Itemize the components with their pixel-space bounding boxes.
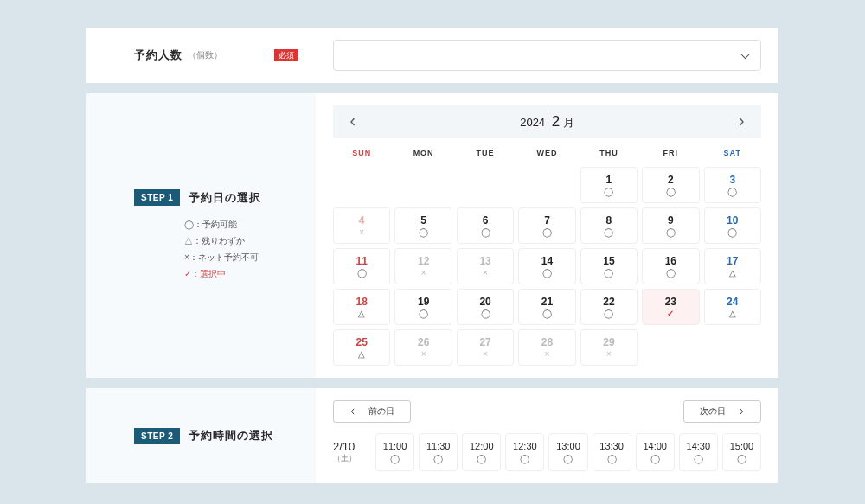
prev-day-label: 前の日 bbox=[368, 405, 394, 418]
chevron-left-icon bbox=[349, 408, 356, 415]
legend-unavailable: ×：ネット予約不可 bbox=[184, 249, 259, 265]
calendar-day-status: △ bbox=[358, 309, 365, 318]
time-slot[interactable]: 14:30◯ bbox=[679, 433, 718, 471]
time-slot[interactable]: 11:00◯ bbox=[375, 433, 414, 471]
calendar-day-cell[interactable]: 25△ bbox=[333, 329, 390, 366]
next-month-button[interactable] bbox=[732, 112, 751, 131]
guest-count-sublabel: （個数） bbox=[188, 49, 222, 61]
time-slot-status: ◯ bbox=[737, 454, 746, 463]
calendar-day-cell[interactable]: 11◯ bbox=[333, 248, 390, 284]
calendar-day-status: × bbox=[483, 269, 488, 278]
calendar-day-cell[interactable]: 5◯ bbox=[394, 207, 452, 244]
calendar-day-number: 5 bbox=[420, 214, 426, 226]
calendar-day-number: 2 bbox=[668, 174, 674, 186]
calendar-day-cell[interactable]: 20◯ bbox=[457, 289, 514, 325]
calendar-day-cell[interactable]: 1◯ bbox=[580, 167, 638, 203]
calendar-day-cell[interactable]: 24△ bbox=[704, 289, 761, 325]
calendar-day-cell[interactable]: 2◯ bbox=[642, 167, 699, 203]
calendar-day-number: 24 bbox=[727, 296, 738, 308]
calendar-day-status: ◯ bbox=[604, 188, 613, 196]
legend-selected: ✓：選択中 bbox=[184, 265, 226, 282]
time-slots-weekday: （土） bbox=[333, 453, 371, 464]
calendar-day-status: ◯ bbox=[357, 269, 367, 278]
calendar-legend: ◯：予約可能 △：残りわずか ×：ネット予約不可 ✓：選択中 bbox=[184, 216, 259, 282]
chevron-right-icon bbox=[737, 118, 746, 126]
calendar-day-status: × bbox=[359, 228, 364, 237]
calendar-day-number: 10 bbox=[727, 214, 738, 226]
calendar-day-cell: 13× bbox=[457, 248, 514, 284]
step1-sidebar: STEP 1 予約日の選択 ◯：予約可能 △：残りわずか ×：ネット予約不可 ✓… bbox=[86, 93, 316, 378]
calendar-day-cell[interactable]: 15◯ bbox=[580, 248, 638, 284]
calendar-month-suffix: 月 bbox=[563, 116, 574, 129]
calendar-day-status: × bbox=[421, 350, 426, 359]
calendar-day-status: ◯ bbox=[666, 188, 676, 196]
time-slot-time: 12:30 bbox=[513, 441, 537, 451]
calendar-day-cell[interactable]: 7◯ bbox=[518, 207, 575, 244]
calendar-cell-empty bbox=[642, 329, 699, 366]
time-slot[interactable]: 12:30◯ bbox=[505, 433, 544, 471]
required-badge: 必須 bbox=[274, 49, 298, 61]
next-day-button[interactable]: 次の日 bbox=[683, 400, 761, 423]
dow-header: MON bbox=[394, 145, 452, 163]
calendar-day-cell[interactable]: 3◯ bbox=[704, 167, 761, 203]
calendar-day-cell[interactable]: 19◯ bbox=[394, 289, 452, 325]
calendar-header: 2024 2 月 bbox=[333, 105, 761, 138]
time-slot[interactable]: 11:30◯ bbox=[419, 433, 458, 471]
time-slots-date-num: 2/10 bbox=[333, 440, 371, 453]
prev-day-button[interactable]: 前の日 bbox=[333, 400, 411, 423]
time-slot-time: 11:00 bbox=[383, 441, 407, 451]
calendar-day-status: × bbox=[606, 350, 612, 359]
time-slot-status: ◯ bbox=[520, 454, 529, 463]
time-slot[interactable]: 15:00◯ bbox=[722, 433, 761, 471]
calendar-day-cell[interactable]: 18△ bbox=[333, 289, 390, 325]
calendar-day-number: 28 bbox=[541, 336, 553, 348]
calendar-day-cell[interactable]: 10◯ bbox=[704, 207, 761, 244]
guest-count-select[interactable] bbox=[333, 40, 761, 71]
calendar-day-status: △ bbox=[729, 269, 736, 278]
calendar-day-cell[interactable]: 17△ bbox=[704, 248, 761, 284]
calendar-day-number: 26 bbox=[418, 336, 429, 348]
time-slots-date: 2/10 （土） bbox=[333, 440, 371, 464]
calendar-day-status: △ bbox=[358, 350, 365, 359]
calendar-day-number: 20 bbox=[479, 296, 490, 308]
calendar-day-status: ◯ bbox=[727, 188, 737, 196]
time-slot-status: ◯ bbox=[650, 454, 660, 463]
calendar-day-cell[interactable]: 16◯ bbox=[642, 248, 699, 284]
calendar-area: 2024 2 月 SUNMONTUEWEDTHUFRISAT1◯2◯3◯4×5◯… bbox=[316, 93, 778, 378]
time-slot-time: 13:30 bbox=[599, 441, 624, 451]
time-slot-status: ◯ bbox=[694, 454, 703, 463]
calendar-day-number: 9 bbox=[668, 214, 674, 226]
step2-title: 予約時間の選択 bbox=[189, 428, 273, 443]
calendar-day-cell: 29× bbox=[580, 329, 638, 366]
calendar-day-status: ✓ bbox=[667, 309, 674, 318]
calendar-day-status: ◯ bbox=[604, 269, 613, 278]
calendar-grid: SUNMONTUEWEDTHUFRISAT1◯2◯3◯4×5◯6◯7◯8◯9◯1… bbox=[333, 145, 761, 366]
calendar-day-number: 4 bbox=[359, 214, 365, 226]
time-slot[interactable]: 13:30◯ bbox=[593, 433, 631, 471]
prev-month-button[interactable] bbox=[343, 112, 362, 131]
calendar-day-cell[interactable]: 21◯ bbox=[518, 289, 575, 325]
calendar-day-cell[interactable]: 8◯ bbox=[580, 207, 638, 244]
calendar-day-cell: 4× bbox=[333, 207, 390, 244]
calendar-year: 2024 bbox=[520, 116, 545, 129]
time-slots-row: 2/10 （土） 11:00◯11:30◯12:00◯12:30◯13:00◯1… bbox=[333, 433, 761, 471]
calendar-day-cell[interactable]: 9◯ bbox=[642, 207, 699, 244]
time-slot-time: 11:30 bbox=[426, 441, 451, 451]
calendar-day-number: 11 bbox=[356, 255, 368, 267]
calendar-day-number: 25 bbox=[356, 336, 368, 348]
time-slot[interactable]: 13:00◯ bbox=[548, 433, 587, 471]
calendar-cell-empty bbox=[457, 167, 514, 203]
calendar-day-cell[interactable]: 14◯ bbox=[518, 248, 575, 284]
calendar-day-number: 16 bbox=[665, 255, 676, 267]
time-slot[interactable]: 14:00◯ bbox=[636, 433, 675, 471]
calendar-day-status: ◯ bbox=[481, 309, 490, 318]
calendar-month: 2 bbox=[552, 113, 560, 130]
calendar-day-cell[interactable]: 6◯ bbox=[457, 207, 514, 244]
calendar-day-number: 27 bbox=[479, 336, 490, 348]
calendar-day-cell[interactable]: 22◯ bbox=[580, 289, 638, 325]
calendar-day-number: 7 bbox=[544, 214, 550, 226]
time-slot[interactable]: 12:00◯ bbox=[462, 433, 501, 471]
calendar-day-number: 13 bbox=[479, 255, 490, 267]
calendar-day-cell[interactable]: 23✓ bbox=[642, 289, 699, 325]
calendar-day-number: 3 bbox=[729, 174, 735, 186]
